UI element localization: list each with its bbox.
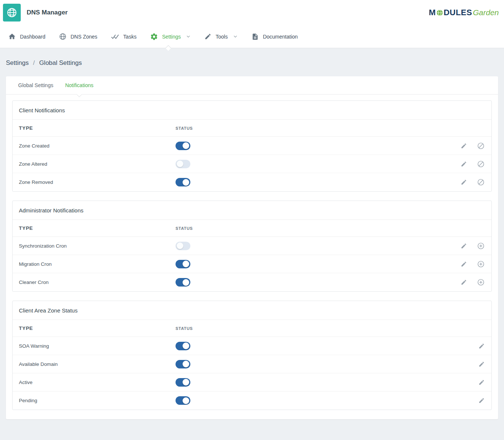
- breadcrumb-global-settings: Global Settings: [39, 59, 82, 66]
- status-toggle[interactable]: [176, 260, 190, 268]
- row-label: Active: [13, 380, 176, 385]
- breadcrumb: Settings / Global Settings: [6, 59, 498, 67]
- add-icon[interactable]: [477, 260, 485, 268]
- row-label: Zone Removed: [13, 179, 176, 185]
- status-toggle[interactable]: [176, 160, 190, 168]
- row-label: Available Domain: [13, 361, 176, 367]
- nav-label: Settings: [162, 34, 181, 40]
- table-row: Zone Altered: [13, 155, 491, 173]
- row-label: Synchronization Cron: [13, 243, 176, 249]
- nav-item-documentation[interactable]: Documentation: [245, 25, 304, 48]
- nav-label: DNS Zones: [71, 34, 97, 40]
- status-toggle[interactable]: [176, 278, 190, 287]
- edit-icon[interactable]: [461, 261, 467, 267]
- edit-icon[interactable]: [478, 379, 485, 386]
- column-header-type: TYPE: [13, 325, 176, 331]
- nav-item-dns-zones[interactable]: DNS Zones: [52, 25, 104, 48]
- nav-item-dashboard[interactable]: Dashboard: [1, 25, 52, 48]
- table-row: Migration Cron: [13, 255, 491, 273]
- double-check-icon: [111, 32, 119, 41]
- column-header-row: TYPE STATUS: [13, 320, 491, 337]
- section-client-notifications: Client Notifications TYPE STATUS Zone Cr…: [12, 100, 492, 192]
- brand-text-mid: DULES: [444, 8, 472, 17]
- row-label: Migration Cron: [13, 261, 176, 267]
- status-toggle[interactable]: [176, 142, 190, 150]
- app-logo[interactable]: [3, 4, 21, 21]
- section-administrator-notifications: Administrator Notifications TYPE STATUS …: [12, 201, 492, 292]
- status-toggle[interactable]: [176, 360, 190, 368]
- status-toggle[interactable]: [176, 378, 190, 387]
- chevron-down-icon: [186, 34, 191, 39]
- edit-icon[interactable]: [461, 243, 467, 249]
- table-row: Zone Removed: [13, 173, 491, 191]
- modulesgarden-logo[interactable]: M DULES Garden: [429, 8, 499, 17]
- breadcrumb-settings[interactable]: Settings: [6, 59, 29, 66]
- ban-icon[interactable]: [477, 160, 485, 168]
- chevron-down-icon: [233, 34, 238, 39]
- edit-icon[interactable]: [461, 179, 467, 185]
- status-toggle[interactable]: [176, 342, 190, 350]
- document-icon: [251, 33, 259, 40]
- column-header-row: TYPE STATUS: [13, 120, 491, 137]
- add-icon[interactable]: [477, 242, 485, 250]
- edit-icon[interactable]: [461, 143, 467, 149]
- row-label: Zone Altered: [13, 161, 176, 167]
- edit-icon[interactable]: [478, 343, 485, 349]
- status-toggle[interactable]: [176, 178, 190, 186]
- nav-label: Tasks: [123, 34, 137, 40]
- settings-card: Global Settings Notifications Client Not…: [6, 76, 498, 419]
- table-row: Synchronization Cron: [13, 237, 491, 255]
- nav-item-settings[interactable]: Settings: [143, 25, 198, 48]
- table-row: Available Domain: [13, 355, 491, 373]
- status-toggle[interactable]: [176, 242, 190, 250]
- row-label: SOA Warning: [13, 343, 176, 349]
- globe-icon: [59, 33, 67, 40]
- globe-icon: [6, 7, 17, 18]
- tab-label: Notifications: [65, 82, 93, 88]
- ban-icon[interactable]: [477, 142, 485, 150]
- edit-icon[interactable]: [478, 361, 485, 367]
- nav-item-tools[interactable]: Tools: [198, 25, 245, 48]
- nav-label: Dashboard: [20, 34, 46, 40]
- row-label: Zone Created: [13, 143, 176, 149]
- section-title: Client Area Zone Status: [13, 301, 491, 320]
- brand-globe-icon: [436, 9, 443, 16]
- edit-icon[interactable]: [461, 161, 467, 167]
- top-header: DNS Manager M DULES Garden: [0, 0, 504, 25]
- nav-item-tasks[interactable]: Tasks: [104, 25, 143, 48]
- gear-icon: [150, 33, 158, 41]
- column-header-row: TYPE STATUS: [13, 220, 491, 237]
- column-header-status: STATUS: [176, 226, 193, 231]
- active-nav-notch: [165, 45, 171, 51]
- tab-notifications[interactable]: Notifications: [59, 76, 99, 94]
- section-title: Administrator Notifications: [13, 201, 491, 220]
- table-row: Cleaner Cron: [13, 273, 491, 291]
- edit-icon[interactable]: [478, 397, 485, 404]
- column-header-type: TYPE: [13, 125, 176, 131]
- row-label: Pending: [13, 398, 176, 403]
- breadcrumb-separator: /: [33, 59, 35, 66]
- column-header-status: STATUS: [176, 326, 193, 331]
- nav-label: Documentation: [263, 34, 298, 40]
- tab-global-settings[interactable]: Global Settings: [12, 76, 59, 94]
- section-title: Client Notifications: [13, 101, 491, 120]
- add-icon[interactable]: [477, 278, 485, 286]
- page-title: DNS Manager: [27, 9, 68, 16]
- edit-icon[interactable]: [461, 279, 467, 285]
- home-icon: [8, 33, 16, 40]
- pencil-icon: [204, 33, 211, 40]
- table-row: SOA Warning: [13, 337, 491, 355]
- status-toggle[interactable]: [176, 396, 190, 405]
- column-header-status: STATUS: [176, 126, 193, 130]
- nav-label: Tools: [216, 34, 228, 40]
- row-label: Cleaner Cron: [13, 279, 176, 285]
- column-header-type: TYPE: [13, 225, 176, 231]
- main-navigation: Dashboard DNS Zones Tasks Settings: [0, 25, 504, 48]
- ban-icon[interactable]: [477, 178, 485, 186]
- brand-text-left: M: [429, 8, 436, 17]
- brand-text-right: Garden: [473, 8, 499, 17]
- table-row: Zone Created: [13, 137, 491, 155]
- section-client-area-zone-status: Client Area Zone Status TYPE STATUS SOA …: [12, 301, 492, 410]
- tab-bar: Global Settings Notifications: [6, 76, 498, 95]
- table-row: Pending: [13, 391, 491, 410]
